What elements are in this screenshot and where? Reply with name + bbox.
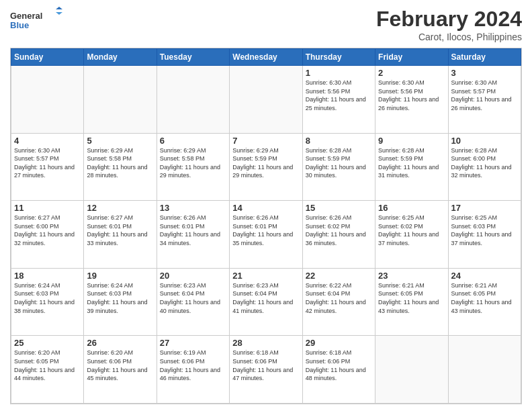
day-number: 18 [14, 271, 81, 281]
day-info: Sunrise: 6:25 AMSunset: 6:02 PMDaylight:… [378, 214, 445, 247]
day-info: Sunrise: 6:28 AMSunset: 5:59 PMDaylight:… [306, 146, 372, 180]
logo: General Blue [10, 7, 64, 34]
week-row-1: 1Sunrise: 6:30 AMSunset: 5:56 PMDaylight… [11, 66, 521, 134]
day-cell [11, 66, 84, 134]
day-cell: 12Sunrise: 6:27 AMSunset: 6:01 PMDayligh… [84, 201, 157, 269]
day-cell: 14Sunrise: 6:26 AMSunset: 6:01 PMDayligh… [230, 201, 302, 269]
day-cell: 22Sunrise: 6:22 AMSunset: 6:04 PMDayligh… [302, 268, 375, 336]
day-cell: 3Sunrise: 6:30 AMSunset: 5:57 PMDaylight… [448, 66, 521, 134]
header-cell-wednesday: Wednesday [230, 49, 302, 66]
day-info: Sunrise: 6:18 AMSunset: 6:06 PMDaylight:… [306, 349, 372, 382]
day-info: Sunrise: 6:27 AMSunset: 6:00 PMDaylight:… [14, 214, 81, 247]
day-number: 20 [160, 271, 226, 281]
page: General Blue February 2024 Carot, Ilocos… [0, 0, 532, 411]
day-number: 1 [306, 68, 372, 78]
svg-text:Blue: Blue [10, 20, 29, 30]
day-number: 4 [14, 136, 81, 146]
logo-svg: General Blue [10, 7, 64, 34]
day-cell: 28Sunrise: 6:18 AMSunset: 6:06 PMDayligh… [230, 336, 302, 404]
day-number: 23 [378, 271, 445, 281]
week-row-5: 25Sunrise: 6:20 AMSunset: 6:05 PMDayligh… [11, 336, 521, 404]
day-cell: 13Sunrise: 6:26 AMSunset: 6:01 PMDayligh… [157, 201, 229, 269]
day-info: Sunrise: 6:30 AMSunset: 5:57 PMDaylight:… [451, 79, 518, 112]
day-number: 14 [232, 203, 299, 213]
day-info: Sunrise: 6:25 AMSunset: 6:03 PMDaylight:… [451, 214, 518, 247]
day-info: Sunrise: 6:28 AMSunset: 6:00 PMDaylight:… [451, 146, 518, 180]
day-info: Sunrise: 6:21 AMSunset: 6:05 PMDaylight:… [378, 281, 445, 315]
day-cell: 2Sunrise: 6:30 AMSunset: 5:56 PMDaylight… [375, 66, 448, 134]
day-info: Sunrise: 6:26 AMSunset: 6:01 PMDaylight:… [232, 214, 299, 247]
day-info: Sunrise: 6:30 AMSunset: 5:56 PMDaylight:… [378, 79, 445, 112]
day-number: 5 [87, 136, 153, 146]
day-cell: 16Sunrise: 6:25 AMSunset: 6:02 PMDayligh… [375, 201, 448, 269]
day-cell: 26Sunrise: 6:20 AMSunset: 6:06 PMDayligh… [84, 336, 157, 404]
day-info: Sunrise: 6:24 AMSunset: 6:03 PMDaylight:… [87, 281, 153, 315]
week-row-3: 11Sunrise: 6:27 AMSunset: 6:00 PMDayligh… [11, 201, 521, 269]
day-cell: 9Sunrise: 6:28 AMSunset: 5:59 PMDaylight… [375, 133, 448, 201]
day-info: Sunrise: 6:26 AMSunset: 6:02 PMDaylight:… [306, 214, 372, 247]
day-info: Sunrise: 6:24 AMSunset: 6:03 PMDaylight:… [14, 281, 81, 315]
day-cell: 8Sunrise: 6:28 AMSunset: 5:59 PMDaylight… [302, 133, 375, 201]
day-cell: 20Sunrise: 6:23 AMSunset: 6:04 PMDayligh… [157, 268, 229, 336]
day-number: 6 [160, 136, 226, 146]
day-cell [375, 336, 448, 404]
day-number: 25 [14, 338, 81, 348]
day-number: 28 [232, 338, 299, 348]
week-row-2: 4Sunrise: 6:30 AMSunset: 5:57 PMDaylight… [11, 133, 521, 201]
day-info: Sunrise: 6:20 AMSunset: 6:05 PMDaylight:… [14, 349, 81, 382]
day-info: Sunrise: 6:29 AMSunset: 5:58 PMDaylight:… [160, 146, 226, 180]
calendar-body: 1Sunrise: 6:30 AMSunset: 5:56 PMDaylight… [11, 66, 521, 404]
header-row: SundayMondayTuesdayWednesdayThursdayFrid… [11, 49, 521, 66]
day-number: 11 [14, 203, 81, 213]
day-cell: 11Sunrise: 6:27 AMSunset: 6:00 PMDayligh… [11, 201, 84, 269]
day-number: 15 [306, 203, 372, 213]
day-info: Sunrise: 6:30 AMSunset: 5:57 PMDaylight:… [14, 146, 81, 180]
day-info: Sunrise: 6:30 AMSunset: 5:56 PMDaylight:… [306, 79, 372, 112]
day-info: Sunrise: 6:18 AMSunset: 6:06 PMDaylight:… [232, 349, 299, 382]
svg-marker-3 [56, 12, 62, 15]
day-number: 13 [160, 203, 226, 213]
header-cell-thursday: Thursday [302, 49, 375, 66]
day-info: Sunrise: 6:29 AMSunset: 5:58 PMDaylight:… [87, 146, 153, 180]
day-cell: 19Sunrise: 6:24 AMSunset: 6:03 PMDayligh… [84, 268, 157, 336]
header-cell-monday: Monday [84, 49, 157, 66]
day-cell [157, 66, 229, 134]
day-info: Sunrise: 6:23 AMSunset: 6:04 PMDaylight:… [160, 281, 226, 315]
header: General Blue February 2024 Carot, Ilocos… [10, 7, 522, 42]
day-info: Sunrise: 6:21 AMSunset: 6:05 PMDaylight:… [451, 281, 518, 315]
day-number: 22 [306, 271, 372, 281]
day-cell [448, 336, 521, 404]
day-cell: 4Sunrise: 6:30 AMSunset: 5:57 PMDaylight… [11, 133, 84, 201]
day-cell: 17Sunrise: 6:25 AMSunset: 6:03 PMDayligh… [448, 201, 521, 269]
day-number: 17 [451, 203, 518, 213]
header-cell-friday: Friday [375, 49, 448, 66]
day-cell: 23Sunrise: 6:21 AMSunset: 6:05 PMDayligh… [375, 268, 448, 336]
day-info: Sunrise: 6:26 AMSunset: 6:01 PMDaylight:… [160, 214, 226, 247]
day-info: Sunrise: 6:29 AMSunset: 5:59 PMDaylight:… [232, 146, 299, 180]
subtitle: Carot, Ilocos, Philippines [376, 32, 522, 42]
calendar-table: SundayMondayTuesdayWednesdayThursdayFrid… [11, 48, 521, 404]
week-row-4: 18Sunrise: 6:24 AMSunset: 6:03 PMDayligh… [11, 268, 521, 336]
day-cell: 15Sunrise: 6:26 AMSunset: 6:02 PMDayligh… [302, 201, 375, 269]
day-cell: 10Sunrise: 6:28 AMSunset: 6:00 PMDayligh… [448, 133, 521, 201]
day-number: 7 [232, 136, 299, 146]
day-info: Sunrise: 6:23 AMSunset: 6:04 PMDaylight:… [232, 281, 299, 315]
day-cell: 6Sunrise: 6:29 AMSunset: 5:58 PMDaylight… [157, 133, 229, 201]
day-info: Sunrise: 6:28 AMSunset: 5:59 PMDaylight:… [378, 146, 445, 180]
calendar: SundayMondayTuesdayWednesdayThursdayFrid… [10, 48, 522, 404]
day-info: Sunrise: 6:22 AMSunset: 6:04 PMDaylight:… [306, 281, 372, 315]
day-cell: 1Sunrise: 6:30 AMSunset: 5:56 PMDaylight… [302, 66, 375, 134]
day-info: Sunrise: 6:27 AMSunset: 6:01 PMDaylight:… [87, 214, 153, 247]
svg-marker-2 [56, 7, 62, 9]
day-cell: 5Sunrise: 6:29 AMSunset: 5:58 PMDaylight… [84, 133, 157, 201]
day-number: 24 [451, 271, 518, 281]
day-number: 3 [451, 68, 518, 78]
day-number: 19 [87, 271, 153, 281]
main-title: February 2024 [376, 7, 522, 32]
day-cell: 24Sunrise: 6:21 AMSunset: 6:05 PMDayligh… [448, 268, 521, 336]
svg-text:General: General [10, 11, 42, 21]
day-number: 16 [378, 203, 445, 213]
day-info: Sunrise: 6:19 AMSunset: 6:06 PMDaylight:… [160, 349, 226, 382]
day-info: Sunrise: 6:20 AMSunset: 6:06 PMDaylight:… [87, 349, 153, 382]
day-number: 26 [87, 338, 153, 348]
